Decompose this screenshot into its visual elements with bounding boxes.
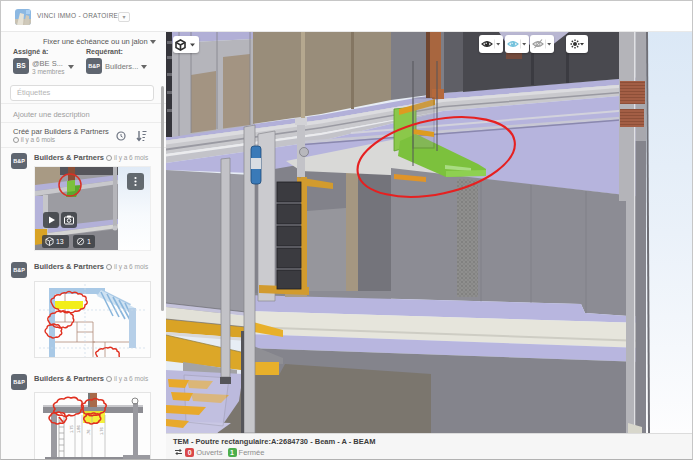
svg-text:1.86: 1.86 (76, 424, 81, 433)
svg-text:1.75: 1.75 (69, 424, 74, 433)
svg-text:1.76: 1.76 (99, 426, 104, 435)
svg-text:.76: .76 (86, 429, 91, 435)
